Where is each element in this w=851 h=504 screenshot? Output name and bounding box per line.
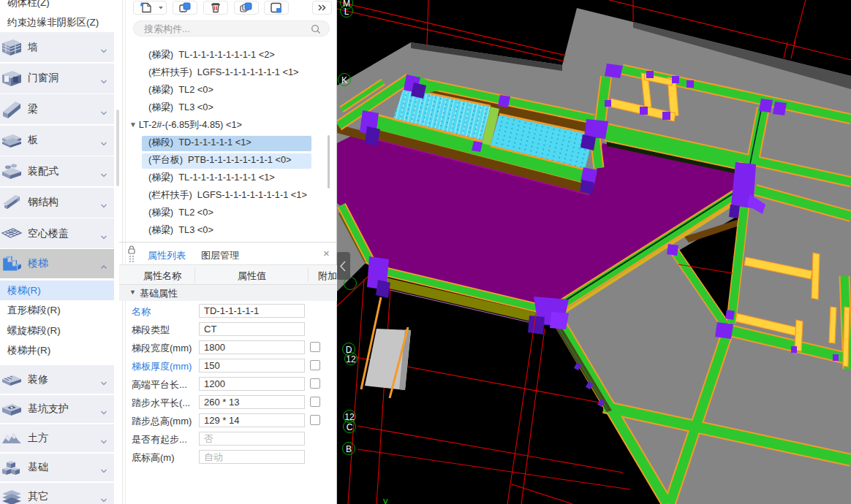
svg-text:D: D <box>346 345 352 355</box>
svg-text:L: L <box>344 7 349 17</box>
svg-text:12: 12 <box>344 412 355 422</box>
svg-text:B: B <box>346 444 352 454</box>
svg-text:12: 12 <box>346 354 356 364</box>
svg-text:C: C <box>347 422 353 432</box>
svg-text:y: y <box>383 495 388 504</box>
svg-text:K: K <box>341 75 347 85</box>
